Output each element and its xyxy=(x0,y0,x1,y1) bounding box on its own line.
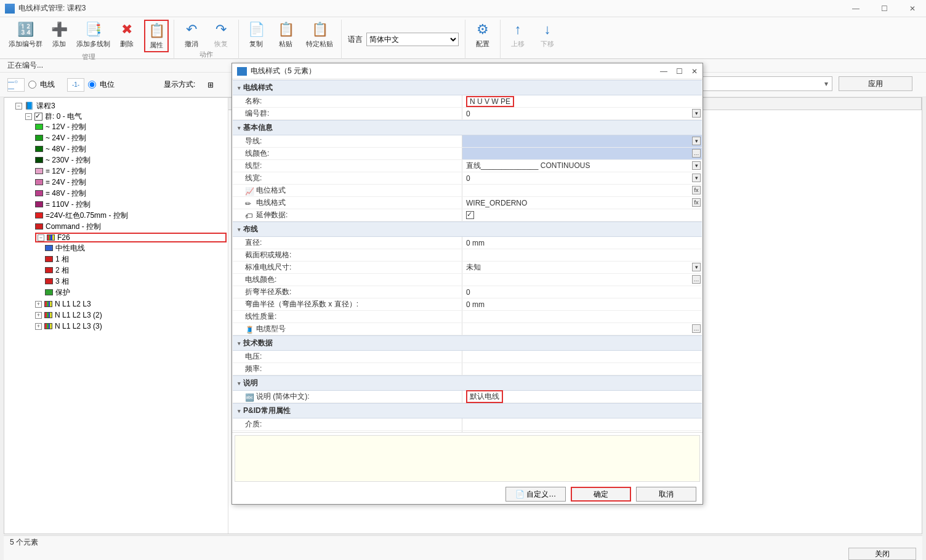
tree-item[interactable]: +N L1 L2 L3 (3) xyxy=(35,321,227,331)
tree-item[interactable]: +N L1 L2 L3 xyxy=(35,299,227,309)
tree-root[interactable]: 课程3 xyxy=(36,101,55,111)
pg-row[interactable]: 线颜色:… xyxy=(233,148,702,160)
pg-value[interactable]: 0 mm xyxy=(462,237,702,249)
checkbox[interactable] xyxy=(34,113,42,121)
tree-panel[interactable]: −📘 课程3 − 群: 0 - 电气 ~ 12V - 控制~ 24V - 控制~… xyxy=(4,98,228,534)
close-button[interactable]: ✕ xyxy=(904,4,921,13)
pg-value[interactable]: 0 xyxy=(462,286,702,298)
dropdown-icon[interactable]: ▾ xyxy=(692,174,701,182)
expand-icon[interactable]: + xyxy=(35,323,42,330)
pg-value[interactable]: … xyxy=(462,274,702,286)
dropdown-icon[interactable]: ▾ xyxy=(692,137,701,145)
dropdown-icon[interactable]: ▾ xyxy=(692,263,701,271)
ribbon-配置[interactable]: ⚙配置 xyxy=(470,20,495,50)
expand-icon[interactable]: − xyxy=(38,234,44,241)
pg-value[interactable]: 0 mm xyxy=(462,298,702,310)
property-grid[interactable]: ▾电线样式名称:N U V W PE编号群:0▾▾基本信息导线:▾线颜色:…线型… xyxy=(232,79,703,433)
pg-row[interactable]: 直径:0 mm xyxy=(233,237,702,249)
pg-row[interactable]: 编号群:0▾ xyxy=(233,108,702,120)
pg-value[interactable] xyxy=(462,311,702,322)
pg-row[interactable]: 频率: xyxy=(233,363,702,375)
pg-value[interactable]: N U V W PE xyxy=(462,95,702,107)
expand-icon[interactable]: − xyxy=(25,113,32,120)
ok-button[interactable]: 确定 xyxy=(571,487,631,502)
pg-row[interactable]: 名称:N U V W PE xyxy=(233,95,702,108)
pg-row[interactable]: 标准电线尺寸:未知▾ xyxy=(233,262,702,274)
ellipsis-button[interactable]: … xyxy=(692,149,701,158)
radio-wire-input[interactable] xyxy=(28,81,36,89)
tree-item[interactable]: 保护 xyxy=(45,287,227,297)
expand-icon[interactable]: + xyxy=(35,312,42,319)
pg-row[interactable]: 材质: xyxy=(233,431,702,433)
pg-row[interactable]: 导线:▾ xyxy=(233,135,702,148)
fx-button[interactable]: fx xyxy=(692,186,701,194)
ellipsis-button[interactable]: … xyxy=(692,324,701,333)
pg-row[interactable]: 线型:直线______________ CONTINUOUS▾ xyxy=(233,160,702,172)
dropdown-icon[interactable]: ▾ xyxy=(692,161,701,170)
tree-item[interactable]: = 110V - 控制 xyxy=(35,199,227,209)
ribbon-下移[interactable]: ↓下移 xyxy=(535,20,560,50)
tree-item[interactable]: ~ 24V - 控制 xyxy=(35,133,227,143)
pg-row[interactable]: 弯曲半径（弯曲半径系数 x 直径）:0 mm xyxy=(233,298,702,311)
pg-value[interactable]: 未知▾ xyxy=(462,262,702,273)
pg-row[interactable]: ✏电线格式WIRE_ORDERNOfx xyxy=(233,197,702,209)
minimize-button[interactable]: — xyxy=(847,4,864,13)
ellipsis-button[interactable]: … xyxy=(692,275,701,284)
pg-section[interactable]: ▾说明 xyxy=(233,375,702,391)
pg-row[interactable]: 折弯半径系数:0 xyxy=(233,286,702,298)
ribbon-撤消[interactable]: ↶撤消 xyxy=(179,20,204,50)
pg-row[interactable]: 电压: xyxy=(233,351,702,363)
customize-button[interactable]: 📄 自定义… xyxy=(505,487,566,502)
apply-button[interactable]: 应用 xyxy=(839,76,912,91)
tree-group[interactable]: 群: 0 - 电气 xyxy=(45,111,82,122)
tree-item[interactable]: ~ 12V - 控制 xyxy=(35,122,227,132)
checkbox[interactable] xyxy=(466,211,474,219)
pg-value[interactable]: 0▾ xyxy=(462,108,702,119)
ribbon-特定粘贴[interactable]: 📋特定粘贴 xyxy=(303,20,336,50)
pg-row[interactable]: 🧵电缆型号… xyxy=(233,323,702,335)
dialog-close[interactable]: ✕ xyxy=(691,67,698,76)
main-close-button[interactable]: 关闭 xyxy=(848,548,916,560)
pg-value[interactable] xyxy=(462,351,702,362)
pg-row[interactable]: 线宽:0▾ xyxy=(233,172,702,185)
pg-value[interactable] xyxy=(462,209,702,221)
pg-section[interactable]: ▾电线样式 xyxy=(233,80,702,95)
pg-value[interactable]: fx xyxy=(462,185,702,196)
pg-row[interactable]: 🔤说明 (简体中文):默认电线 xyxy=(233,391,702,403)
tree-item-f26[interactable]: −F26 xyxy=(35,233,227,242)
pg-value[interactable] xyxy=(462,363,702,375)
pg-row[interactable]: 电线颜色:… xyxy=(233,274,702,286)
pg-row[interactable]: 线性质量: xyxy=(233,311,702,323)
pg-value[interactable]: 直线______________ CONTINUOUS▾ xyxy=(462,160,702,172)
dialog-minimize[interactable]: — xyxy=(660,67,667,76)
maximize-button[interactable]: ☐ xyxy=(876,4,893,13)
tree-item[interactable]: Command - 控制 xyxy=(35,222,227,231)
dropdown-icon[interactable]: ▾ xyxy=(692,109,701,118)
display-mode-icon[interactable]: ⊞ xyxy=(207,81,220,89)
pg-section[interactable]: ▾P&ID常用属性 xyxy=(233,403,702,418)
pg-section[interactable]: ▾基本信息 xyxy=(233,120,702,135)
ribbon-添加多线制[interactable]: 📑添加多线制 xyxy=(76,20,110,52)
fx-button[interactable]: fx xyxy=(692,198,701,207)
pg-value[interactable]: 0▾ xyxy=(462,172,702,184)
pg-value[interactable] xyxy=(462,431,702,433)
tree-item[interactable]: +N L1 L2 L3 (2) xyxy=(35,310,227,320)
pg-row[interactable]: 介质: xyxy=(233,418,702,431)
pg-value[interactable] xyxy=(462,249,702,261)
pg-value[interactable]: … xyxy=(462,323,702,335)
expand-icon[interactable]: − xyxy=(15,103,22,110)
ribbon-添加[interactable]: ➕添加 xyxy=(47,20,71,52)
filter-combo[interactable]: ▾ xyxy=(685,76,832,91)
pg-section[interactable]: ▾布线 xyxy=(233,222,702,237)
cancel-button[interactable]: 取消 xyxy=(636,487,696,502)
pg-value[interactable] xyxy=(462,418,702,430)
pg-value[interactable]: … xyxy=(462,148,702,159)
radio-potential-input[interactable] xyxy=(88,81,96,89)
pg-row[interactable]: 📈电位格式fx xyxy=(233,185,702,197)
tree-item[interactable]: 1 相 xyxy=(45,254,227,264)
ribbon-添加编号群[interactable]: 🔢添加编号群 xyxy=(9,20,42,52)
tree-item[interactable]: =24V-红色0.75mm - 控制 xyxy=(35,210,227,220)
tree-item[interactable]: ~ 48V - 控制 xyxy=(35,144,227,154)
ribbon-恢复[interactable]: ↷恢复 xyxy=(209,20,233,50)
tree-item[interactable]: = 48V - 控制 xyxy=(35,188,227,198)
